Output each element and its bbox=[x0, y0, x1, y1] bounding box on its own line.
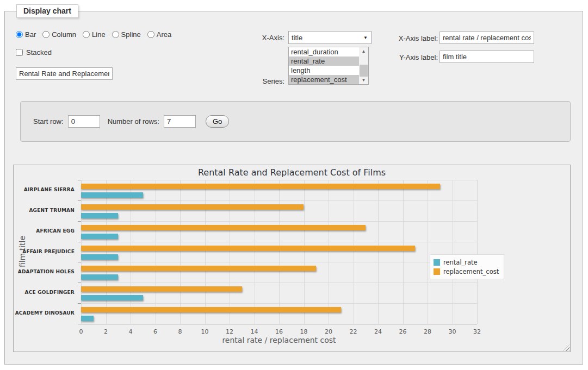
gridline bbox=[81, 221, 477, 222]
gridline bbox=[81, 180, 82, 324]
y-tick-mark bbox=[78, 262, 81, 262]
x-tick-label: 28 bbox=[419, 328, 436, 335]
stacked-checkbox-row[interactable]: Stacked bbox=[16, 48, 52, 57]
gridline bbox=[106, 180, 107, 324]
gridline bbox=[81, 303, 477, 304]
chart-type-label: Spline bbox=[121, 30, 141, 39]
x-tick-label: 0 bbox=[73, 328, 89, 335]
x-tick-label: 20 bbox=[320, 328, 337, 335]
resize-handle-icon[interactable] bbox=[563, 344, 570, 351]
row-controls-panel: Start row: Number of rows: Go bbox=[20, 101, 571, 142]
gridline bbox=[378, 180, 379, 324]
gridline bbox=[81, 242, 477, 242]
chart-type-bar[interactable]: Bar bbox=[16, 30, 36, 39]
chart-x-axis-title: rental rate / replacement cost bbox=[81, 336, 477, 344]
series-option-rental_rate[interactable]: rental_rate bbox=[289, 57, 359, 66]
chart-type-radio-spline[interactable] bbox=[112, 31, 119, 38]
legend-item-replacement_cost[interactable]: replacement_cost bbox=[434, 267, 499, 276]
bar-rental_rate-affair-prejudice[interactable] bbox=[81, 254, 118, 260]
chart-legend: rental_ratereplacement_cost bbox=[430, 254, 504, 279]
chart-type-label: Column bbox=[52, 30, 76, 39]
bar-replacement_cost-african-egg[interactable] bbox=[81, 225, 366, 230]
bar-rental_rate-ace-goldfinger[interactable] bbox=[81, 295, 143, 300]
legend-swatch bbox=[434, 268, 440, 275]
chart-type-column[interactable]: Column bbox=[42, 30, 76, 39]
y-tick-mark bbox=[78, 242, 81, 242]
chart-type-radio-area[interactable] bbox=[147, 31, 154, 38]
chart-title: Rental Rate and Replacement Cost of Film… bbox=[14, 167, 570, 178]
gridline bbox=[230, 180, 230, 324]
gridline bbox=[81, 283, 477, 283]
y-axis-label-label: Y-Axis label: bbox=[358, 53, 438, 61]
y-tick-mark bbox=[78, 200, 81, 201]
gridline bbox=[255, 180, 255, 324]
gridline bbox=[156, 180, 156, 324]
chart-type-line[interactable]: Line bbox=[83, 30, 106, 39]
chart-type-spline[interactable]: Spline bbox=[112, 30, 141, 39]
series-listbox[interactable]: rental_durationrental_ratelengthreplacem… bbox=[288, 47, 369, 85]
chart-type-label: Area bbox=[157, 30, 171, 39]
chart-type-label: Line bbox=[92, 30, 106, 39]
x-tick-label: 12 bbox=[221, 328, 238, 335]
gridline bbox=[403, 180, 404, 324]
chart-type-radio-bar[interactable] bbox=[16, 31, 23, 38]
num-rows-input[interactable] bbox=[164, 115, 196, 128]
category-label: ACADEMY DINOSAUR bbox=[14, 310, 75, 316]
chart-x-tick-labels: 02468101214161820222426283032 bbox=[81, 328, 477, 336]
bar-replacement_cost-ace-goldfinger[interactable] bbox=[81, 286, 242, 292]
x-tick-label: 24 bbox=[370, 328, 386, 335]
chart-type-radio-line[interactable] bbox=[83, 31, 90, 38]
display-chart-panel: Display chart BarColumnLineSplineArea St… bbox=[4, 11, 583, 365]
x-tick-label: 6 bbox=[147, 328, 164, 335]
start-row-input[interactable] bbox=[68, 115, 100, 128]
chart-type-radio-column[interactable] bbox=[42, 31, 49, 38]
chart-title-input[interactable] bbox=[16, 67, 113, 80]
category-label: AIRPLANE SIERRA bbox=[14, 187, 75, 192]
go-button[interactable]: Go bbox=[206, 115, 229, 128]
bar-rental_rate-airplane-sierra[interactable] bbox=[81, 192, 143, 198]
category-label: AFFAIR PREJUDICE bbox=[14, 249, 75, 254]
chart-type-area[interactable]: Area bbox=[147, 30, 171, 39]
x-tick-label: 30 bbox=[444, 328, 461, 335]
scrollbar-thumb[interactable] bbox=[360, 65, 368, 77]
x-axis-label-label: X-Axis label: bbox=[358, 34, 438, 42]
bar-rental_rate-agent-truman[interactable] bbox=[81, 213, 118, 218]
series-options: rental_durationrental_ratelengthreplacem… bbox=[289, 47, 359, 84]
x-tick-label: 2 bbox=[98, 328, 114, 335]
x-tick-label: 14 bbox=[246, 328, 263, 335]
gridline bbox=[304, 180, 305, 324]
bar-rental_rate-academy-dinosaur[interactable] bbox=[81, 316, 94, 321]
chart-type-radio-group: BarColumnLineSplineArea bbox=[16, 30, 171, 39]
gridline bbox=[180, 180, 181, 324]
bar-rental_rate-african-egg[interactable] bbox=[81, 234, 118, 239]
panel-title: Display chart bbox=[16, 4, 78, 18]
bar-replacement_cost-agent-truman[interactable] bbox=[81, 204, 304, 210]
gridline bbox=[131, 180, 131, 324]
gridline bbox=[81, 262, 477, 262]
stacked-checkbox[interactable] bbox=[16, 49, 23, 56]
chart-x-axis-line bbox=[81, 324, 477, 324]
scroll-down-icon[interactable]: ▼ bbox=[359, 76, 368, 84]
bar-replacement_cost-affair-prejudice[interactable] bbox=[81, 246, 415, 251]
x-tick-label: 26 bbox=[395, 328, 411, 335]
y-tick-mark bbox=[78, 221, 81, 222]
legend-swatch bbox=[434, 259, 440, 266]
bar-replacement_cost-adaptation-holes[interactable] bbox=[81, 266, 316, 271]
x-tick-label: 16 bbox=[271, 328, 287, 335]
series-option-length[interactable]: length bbox=[289, 66, 359, 75]
series-option-rental_duration[interactable]: rental_duration bbox=[289, 47, 359, 57]
x-tick-label: 18 bbox=[296, 328, 312, 335]
bar-replacement_cost-airplane-sierra[interactable] bbox=[81, 184, 440, 189]
legend-item-rental_rate[interactable]: rental_rate bbox=[434, 258, 499, 267]
x-axis-label-input[interactable] bbox=[440, 32, 534, 44]
x-tick-label: 10 bbox=[197, 328, 213, 335]
category-label: AGENT TRUMAN bbox=[14, 208, 75, 213]
gridline bbox=[279, 180, 280, 324]
chart-category-labels: AIRPLANE SIERRAAGENT TRUMANAFRICAN EGGAF… bbox=[14, 180, 78, 324]
stacked-label: Stacked bbox=[26, 48, 52, 57]
series-option-replacement_cost[interactable]: replacement_cost bbox=[289, 75, 359, 84]
bar-rental_rate-adaptation-holes[interactable] bbox=[81, 274, 118, 280]
x-tick-label: 32 bbox=[469, 328, 485, 335]
bar-replacement_cost-academy-dinosaur[interactable] bbox=[81, 307, 341, 312]
y-axis-label-input[interactable] bbox=[440, 51, 534, 63]
